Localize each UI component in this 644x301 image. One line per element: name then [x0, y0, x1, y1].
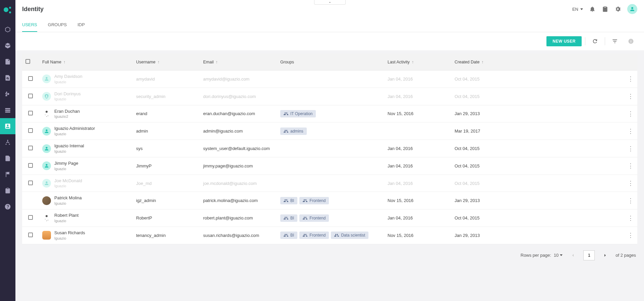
nav-data[interactable] — [0, 54, 15, 70]
nav-overview[interactable] — [0, 21, 15, 38]
col-username[interactable]: Username↑ — [133, 54, 200, 70]
user-full-name: Iguazio Administrator — [54, 126, 95, 131]
user-avatar[interactable] — [627, 4, 637, 14]
user-last-activity: Nov 15, 2016 — [384, 227, 451, 244]
user-tenant: Iguazio — [54, 97, 81, 101]
user-email: system_user@default.iguazio.com — [200, 140, 277, 157]
user-full-name: Dori Dorinyus — [54, 91, 81, 97]
row-menu-icon[interactable]: ⋮ — [628, 232, 634, 239]
group-chip[interactable]: admins — [280, 128, 307, 135]
row-menu-icon[interactable]: ⋮ — [628, 162, 634, 169]
row-checkbox[interactable] — [28, 76, 33, 81]
group-chip[interactable]: IT Operation — [280, 110, 316, 117]
row-checkbox[interactable] — [28, 163, 33, 168]
row-checkbox[interactable] — [28, 146, 33, 150]
row-checkbox[interactable] — [28, 233, 33, 237]
nav-identity[interactable] — [0, 118, 15, 134]
user-avatar-icon — [42, 109, 51, 118]
row-menu-icon[interactable]: ⋮ — [628, 110, 634, 117]
toolbar: NEW USER — [15, 32, 644, 50]
language-selector[interactable]: EN — [572, 7, 583, 12]
user-username: admin — [133, 122, 200, 140]
rpp-select[interactable]: 10 — [554, 253, 563, 258]
row-checkbox[interactable] — [28, 128, 33, 133]
user-username: sys — [133, 140, 200, 157]
user-full-name: Patrick Molina — [54, 195, 82, 201]
group-chip[interactable]: Frontend — [299, 214, 329, 222]
nav-clipboard[interactable] — [0, 183, 15, 199]
user-groups: BIFrontendData scientist — [277, 227, 384, 244]
user-tenant: Iguazio — [54, 219, 78, 223]
pagination: Rows per page: 10 of 2 pages — [22, 244, 637, 263]
notifications-icon[interactable] — [589, 6, 596, 12]
settings-icon[interactable] — [614, 6, 621, 12]
user-avatar-icon — [42, 214, 51, 222]
user-created: Jan 29, 2013 — [451, 227, 624, 244]
user-full-name: Iguazio Internal — [54, 143, 84, 149]
filter-icon[interactable] — [608, 36, 621, 47]
row-checkbox[interactable] — [28, 94, 33, 98]
table-row[interactable]: Dori Dorinyus Iguazio security_admin dor… — [22, 88, 637, 105]
user-groups — [277, 88, 384, 105]
table-row[interactable]: Amy Davidson Iguazio amydavid amydavid@i… — [22, 70, 637, 88]
select-all-checkbox[interactable] — [25, 59, 30, 64]
user-full-name: Joe McDonald — [54, 178, 82, 184]
user-username: igz_admin — [133, 192, 200, 209]
table-row[interactable]: Iguazio Administrator Iguazio admin admi… — [22, 122, 637, 140]
nav-help[interactable] — [0, 199, 15, 215]
row-menu-icon[interactable]: ⋮ — [628, 197, 634, 204]
col-groups[interactable]: Groups — [277, 54, 384, 70]
user-username: RobertP — [133, 209, 200, 227]
nav-flags[interactable] — [0, 166, 15, 183]
table-row[interactable]: Joe McDonald Iguazio Joe_md joe.mcdonald… — [22, 174, 637, 192]
next-page-button[interactable] — [599, 250, 611, 261]
nav-storage[interactable] — [0, 102, 15, 118]
row-menu-icon[interactable]: ⋮ — [628, 180, 634, 187]
table-row[interactable]: Jimmy Page Iguazio JimmyP jimmy.page@igu… — [22, 157, 637, 174]
prev-page-button[interactable] — [567, 250, 579, 261]
user-avatar-icon — [42, 161, 51, 170]
col-email[interactable]: Email↑ — [200, 54, 277, 70]
row-checkbox[interactable] — [28, 215, 33, 220]
row-menu-icon[interactable]: ⋮ — [628, 128, 634, 135]
table-row[interactable]: Robert Plant Iguazio RobertP robert.plan… — [22, 209, 637, 227]
row-menu-icon[interactable]: ⋮ — [628, 215, 634, 221]
info-icon[interactable] — [625, 36, 637, 47]
col-last-activity[interactable]: Last Activity↑ — [384, 54, 451, 70]
row-menu-icon[interactable]: ⋮ — [628, 76, 634, 82]
col-created[interactable]: Created Date↑ — [451, 54, 624, 70]
user-full-name: Susan Richards — [54, 230, 85, 236]
table-row[interactable]: Susan Richards Iguazio tenancy_admin sus… — [22, 227, 637, 244]
user-email: admin@iguazio.com — [200, 122, 277, 140]
group-chip[interactable]: Data scientist — [331, 232, 368, 239]
table-row[interactable]: Eran Duchan Iguazio2 erand eran.duchan@i… — [22, 105, 637, 122]
nav-network[interactable] — [0, 86, 15, 102]
row-checkbox[interactable] — [28, 181, 33, 185]
page-input[interactable] — [583, 250, 595, 260]
tab-users[interactable]: USERS — [22, 18, 37, 32]
user-username: amydavid — [133, 70, 200, 88]
nav-containers[interactable] — [0, 38, 15, 54]
nav-search[interactable] — [0, 70, 15, 86]
group-chip[interactable]: BI — [280, 197, 297, 204]
row-checkbox[interactable] — [28, 111, 33, 115]
col-full-name[interactable]: Full Name↑ — [39, 54, 133, 70]
nav-hierarchy[interactable] — [0, 134, 15, 150]
table-row[interactable]: Iguazio Internal Iguazio sys system_user… — [22, 140, 637, 157]
row-menu-icon[interactable]: ⋮ — [628, 145, 634, 152]
new-user-button[interactable]: NEW USER — [546, 36, 582, 46]
user-last-activity: Nov 15, 2016 — [384, 192, 451, 209]
group-chip[interactable]: Frontend — [299, 197, 329, 204]
refresh-icon[interactable] — [589, 36, 601, 47]
row-menu-icon[interactable]: ⋮ — [628, 93, 634, 100]
nav-reports[interactable] — [0, 150, 15, 166]
tab-groups[interactable]: GROUPS — [48, 18, 67, 32]
group-chip[interactable]: BI — [280, 232, 297, 239]
clipboard-icon[interactable] — [602, 6, 608, 12]
tab-idp[interactable]: IDP — [77, 18, 85, 32]
group-chip[interactable]: BI — [280, 214, 297, 222]
collapse-handle[interactable] — [314, 0, 346, 5]
table-row[interactable]: Patrick Molina Iguazio igz_admin patrick… — [22, 192, 637, 209]
user-created: Oct 04, 2015 — [451, 174, 624, 192]
group-chip[interactable]: Frontend — [299, 232, 329, 239]
